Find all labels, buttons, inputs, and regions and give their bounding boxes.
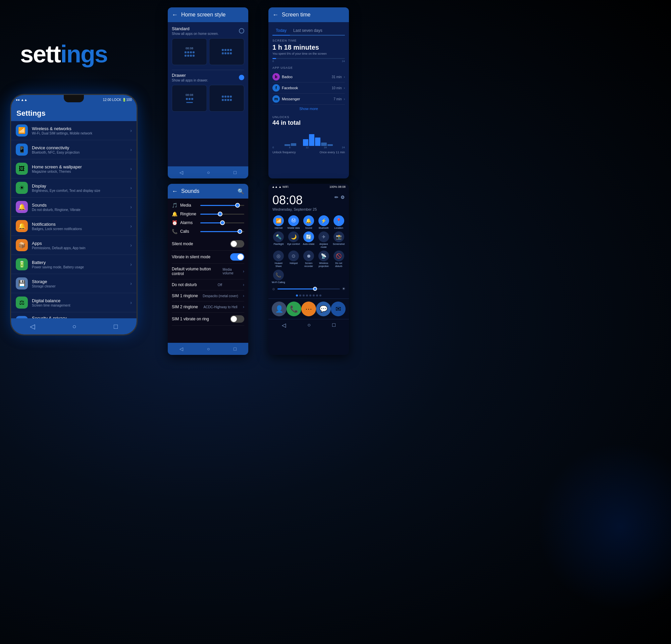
vibrate-silent-toggle[interactable] <box>230 253 244 261</box>
settings-item-notif[interactable]: 🔔 Notifications Badges, Lock screen noti… <box>11 217 137 236</box>
do-not-disturb-arrow: › <box>243 282 244 287</box>
screen-time-back[interactable]: ← <box>273 11 278 18</box>
sim2-ringtone-row[interactable]: SIM 2 ringtone ACDC-Highway to Hell › <box>172 301 244 313</box>
tile-internet[interactable]: 📶 Internet <box>272 215 286 229</box>
dot <box>190 51 192 53</box>
dock-apps[interactable]: ⋯ <box>301 301 316 316</box>
ringtone-icon: 🔔 <box>172 211 177 217</box>
qs-nav-back[interactable]: ◁ <box>282 322 286 329</box>
alarms-thumb[interactable] <box>220 220 225 225</box>
media-fill <box>200 205 238 206</box>
ringtone-slider[interactable] <box>200 214 244 215</box>
badoo-time: 31 min <box>332 75 342 79</box>
tile-screen-recorder[interactable]: ⏺ Screen recorder <box>302 250 316 268</box>
tile-sound-icon: 🔔 <box>303 215 314 226</box>
dock-contacts[interactable]: 👤 <box>272 301 287 316</box>
dock-phone[interactable]: 📞 <box>287 301 301 316</box>
dot <box>186 98 188 100</box>
tile-hotspot[interactable]: ⊙ Hotspot <box>287 250 301 268</box>
nav-back[interactable]: ◁ <box>30 322 35 331</box>
settings-item-battery[interactable]: 🔋 Battery Power saving mode, Battery usa… <box>11 255 137 274</box>
tile-huawei-share[interactable]: ◎ Huawei Share <box>272 250 286 268</box>
dock-messages[interactable]: 💬 <box>316 301 331 316</box>
sounds-nav-recents[interactable]: □ <box>233 346 236 351</box>
default-vol-row[interactable]: Default volume button control Media volu… <box>172 263 244 280</box>
edit-icon[interactable]: ✏ <box>334 195 339 200</box>
home-style-back-button[interactable]: ← <box>172 11 178 18</box>
app-badoo[interactable]: b Badoo 31 min › <box>273 72 345 82</box>
show-more-button[interactable]: Show more <box>273 105 345 113</box>
standard-radio[interactable] <box>239 28 244 34</box>
settings-item-balance[interactable]: ⚖ Digital balance Screen time management… <box>11 293 137 312</box>
nav-back-icon[interactable]: ◁ <box>179 170 183 175</box>
settings-item-device[interactable]: 📱 Device connectivity Bluetooth, NFC, Ea… <box>11 140 137 159</box>
alarms-slider[interactable] <box>200 222 244 223</box>
tile-wifi-calling[interactable]: 📞 Wi-Fi Calling <box>272 270 285 284</box>
sounds-search-icon[interactable]: 🔍 <box>238 188 244 195</box>
sim1-vibrate-toggle[interactable] <box>230 315 244 323</box>
qs-brightness-row: ☼ ☀ <box>268 285 349 293</box>
nav-home[interactable]: ○ <box>72 323 76 331</box>
media-row: 🎵 Media <box>172 203 244 208</box>
tile-wireless-projection-label: Wireless projection <box>317 262 330 268</box>
tile-airplane[interactable]: ✈ Airplane mode <box>317 231 330 248</box>
nav-recents[interactable]: □ <box>114 323 118 331</box>
tile-eye-comfort[interactable]: 🌙 Eye comfort <box>287 231 301 248</box>
wifi-calling-row: 📞 Wi-Fi Calling <box>268 270 349 285</box>
tile-screenshot[interactable]: 📸 Screenshot <box>332 231 345 248</box>
settings-item-storage[interactable]: 💾 Storage Storage cleaner › <box>11 274 137 293</box>
do-not-disturb-row[interactable]: Do not disturb Off › <box>172 280 244 291</box>
screen-time-sub: You spent 5% of your time on the screen <box>273 52 345 55</box>
standard-option[interactable]: Standard Show all apps on home screen. 0… <box>172 26 244 65</box>
calls-slider[interactable] <box>200 231 244 232</box>
tile-flashlight[interactable]: 🔦 Flashlight <box>272 231 286 248</box>
tile-bluetooth[interactable]: ⚡ Bluetooth <box>317 215 330 229</box>
tile-mobile-data[interactable]: Ⓜ Mobile data <box>287 215 301 229</box>
nav-home-icon[interactable]: ○ <box>207 170 210 175</box>
settings-gear-icon[interactable]: ⚙ <box>341 195 345 200</box>
sounds-back[interactable]: ← <box>172 188 178 195</box>
nav-recents-icon[interactable]: □ <box>233 170 236 175</box>
bar <box>291 143 296 146</box>
brightness-low-icon: ☼ <box>272 286 276 291</box>
tile-auto-rotate[interactable]: 🔄 Auto-rotate <box>302 231 316 248</box>
tab-last-seven[interactable]: Last seven days <box>290 26 326 35</box>
quick-settings-panel: ▲▲ ▲ WiFi 100% 08:08 08:08 Wednesday, Se… <box>268 184 349 355</box>
tile-auto-rotate-label: Auto-rotate <box>303 243 315 246</box>
sounds-arrow: › <box>130 204 132 210</box>
sim1-ringtone-row[interactable]: SIM 1 ringtone Despacito (metal cover) › <box>172 291 244 301</box>
sounds-nav-back[interactable]: ◁ <box>179 346 183 351</box>
apps-icon: 📦 <box>16 239 28 251</box>
calls-thumb[interactable] <box>238 229 242 234</box>
status-left: ●● ▲▲ <box>16 98 27 102</box>
brightness-thumb[interactable] <box>313 287 317 291</box>
tile-sound[interactable]: 🔔 Sound <box>302 215 316 229</box>
app-facebook[interactable]: f Facebook 10 min › <box>273 82 345 93</box>
qs-nav-home[interactable]: ○ <box>307 322 311 329</box>
drawer-option[interactable]: Drawer Show all apps in drawer. 08:08 <box>172 73 244 112</box>
app-messenger[interactable]: m Messenger 7 min › <box>273 93 345 105</box>
dock-email[interactable]: ✉ <box>331 301 345 316</box>
settings-item-home[interactable]: 🖼 Home screen & wallpaper Magazine unloc… <box>11 159 137 178</box>
tab-today[interactable]: Today <box>273 26 290 36</box>
media-thumb[interactable] <box>235 203 240 208</box>
brightness-slider[interactable] <box>277 288 340 289</box>
tile-eye-comfort-label: Eye comfort <box>288 243 300 246</box>
media-slider[interactable] <box>200 205 244 206</box>
settings-item-display[interactable]: ☀ Display Brightness, Eye comfort, Text … <box>11 178 137 197</box>
tile-wireless-projection-icon: 📡 <box>318 250 329 261</box>
tile-wireless-projection[interactable]: 📡 Wireless projection <box>317 250 330 268</box>
settings-item-wireless[interactable]: 📶 Wireless & networks Wi-Fi, Dual SIM se… <box>11 121 137 140</box>
settings-item-apps[interactable]: 📦 Apps Permissions, Default apps, App tw… <box>11 236 137 255</box>
silent-mode-toggle[interactable] <box>230 240 244 247</box>
ringtone-thumb[interactable] <box>218 212 223 216</box>
silent-mode-knob <box>231 241 237 247</box>
tile-location[interactable]: 📍 Location <box>332 215 345 229</box>
sounds-nav-home[interactable]: ○ <box>207 346 210 351</box>
preview-time-2: 08:08 <box>186 93 193 96</box>
tile-do-not-disturb[interactable]: 🚫 Do not disturb <box>332 250 345 268</box>
dot <box>222 49 224 51</box>
drawer-radio[interactable] <box>239 75 244 80</box>
settings-item-sounds[interactable]: 🔔 Sounds Do not disturb, Ringtone, Vibra… <box>11 197 137 217</box>
qs-nav-recents[interactable]: □ <box>332 322 336 329</box>
